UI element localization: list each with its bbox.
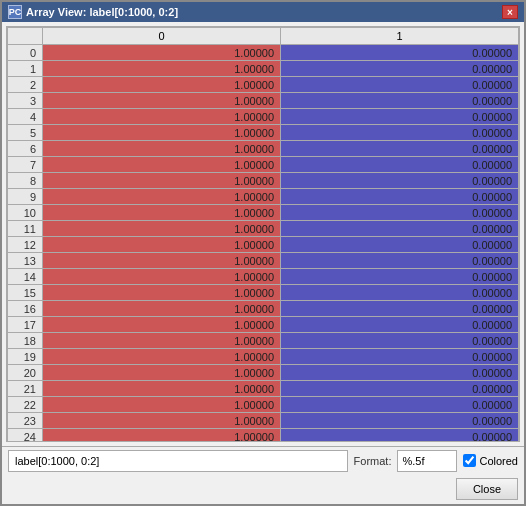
cell-col1: 0.00000 [281,381,519,397]
cell-col0: 1.00000 [43,221,281,237]
row-index: 4 [8,109,43,125]
cell-col0: 1.00000 [43,45,281,61]
table-header-row: 0 1 [8,28,519,45]
row-index: 20 [8,365,43,381]
cell-col0: 1.00000 [43,285,281,301]
row-index: 6 [8,141,43,157]
table-row: 221.000000.00000 [8,397,519,413]
table-row: 71.000000.00000 [8,157,519,173]
cell-col0: 1.00000 [43,77,281,93]
row-index: 1 [8,61,43,77]
table-row: 31.000000.00000 [8,93,519,109]
cell-col1: 0.00000 [281,205,519,221]
row-index: 17 [8,317,43,333]
bottom-bar: label[0:1000, 0:2] Format: Colored [2,446,524,474]
table-row: 201.000000.00000 [8,365,519,381]
table-row: 01.000000.00000 [8,45,519,61]
table-row: 21.000000.00000 [8,77,519,93]
cell-col1: 0.00000 [281,125,519,141]
table-row: 241.000000.00000 [8,429,519,443]
row-index: 3 [8,93,43,109]
row-index: 10 [8,205,43,221]
cell-col0: 1.00000 [43,349,281,365]
cell-col1: 0.00000 [281,77,519,93]
row-index: 21 [8,381,43,397]
cell-col0: 1.00000 [43,125,281,141]
cell-col0: 1.00000 [43,365,281,381]
array-label-display: label[0:1000, 0:2] [8,450,348,472]
title-bar-left: PC Array View: label[0:1000, 0:2] [8,5,178,19]
row-index: 12 [8,237,43,253]
title-close-button[interactable]: × [502,5,518,19]
cell-col1: 0.00000 [281,285,519,301]
row-index: 14 [8,269,43,285]
row-index: 7 [8,157,43,173]
cell-col1: 0.00000 [281,237,519,253]
cell-col0: 1.00000 [43,429,281,443]
cell-col0: 1.00000 [43,205,281,221]
row-index: 16 [8,301,43,317]
colored-checkbox[interactable] [463,454,476,467]
col-1-header: 1 [281,28,519,45]
table-row: 151.000000.00000 [8,285,519,301]
row-index: 15 [8,285,43,301]
action-bar: Close [2,474,524,504]
row-index: 5 [8,125,43,141]
cell-col0: 1.00000 [43,381,281,397]
cell-col0: 1.00000 [43,173,281,189]
cell-col0: 1.00000 [43,109,281,125]
col-0-header: 0 [43,28,281,45]
cell-col0: 1.00000 [43,237,281,253]
table-row: 61.000000.00000 [8,141,519,157]
cell-col1: 0.00000 [281,45,519,61]
table-row: 161.000000.00000 [8,301,519,317]
table-row: 141.000000.00000 [8,269,519,285]
array-table-container[interactable]: 0 1 01.000000.0000011.000000.0000021.000… [6,26,520,442]
cell-col1: 0.00000 [281,173,519,189]
cell-col1: 0.00000 [281,109,519,125]
main-window: PC Array View: label[0:1000, 0:2] × 0 1 … [0,0,526,506]
row-index: 19 [8,349,43,365]
cell-col1: 0.00000 [281,157,519,173]
window-title: Array View: label[0:1000, 0:2] [26,6,178,18]
table-row: 131.000000.00000 [8,253,519,269]
colored-label: Colored [479,455,518,467]
row-index: 9 [8,189,43,205]
close-button[interactable]: Close [456,478,518,500]
title-bar: PC Array View: label[0:1000, 0:2] × [2,2,524,22]
table-row: 51.000000.00000 [8,125,519,141]
row-index: 18 [8,333,43,349]
table-row: 81.000000.00000 [8,173,519,189]
cell-col1: 0.00000 [281,253,519,269]
table-row: 191.000000.00000 [8,349,519,365]
table-row: 111.000000.00000 [8,221,519,237]
table-body: 01.000000.0000011.000000.0000021.000000.… [8,45,519,443]
cell-col1: 0.00000 [281,429,519,443]
table-row: 211.000000.00000 [8,381,519,397]
cell-col1: 0.00000 [281,61,519,77]
format-input[interactable] [397,450,457,472]
cell-col1: 0.00000 [281,317,519,333]
cell-col0: 1.00000 [43,141,281,157]
cell-col0: 1.00000 [43,333,281,349]
cell-col0: 1.00000 [43,189,281,205]
table-row: 121.000000.00000 [8,237,519,253]
array-table: 0 1 01.000000.0000011.000000.0000021.000… [7,27,519,442]
format-label: Format: [354,455,392,467]
table-row: 231.000000.00000 [8,413,519,429]
row-index: 24 [8,429,43,443]
cell-col0: 1.00000 [43,269,281,285]
cell-col1: 0.00000 [281,269,519,285]
table-row: 41.000000.00000 [8,109,519,125]
cell-col0: 1.00000 [43,61,281,77]
cell-col0: 1.00000 [43,93,281,109]
cell-col0: 1.00000 [43,157,281,173]
colored-checkbox-wrapper: Colored [463,454,518,467]
table-row: 11.000000.00000 [8,61,519,77]
table-row: 181.000000.00000 [8,333,519,349]
cell-col0: 1.00000 [43,301,281,317]
row-index: 13 [8,253,43,269]
array-label-text: label[0:1000, 0:2] [15,455,99,467]
cell-col1: 0.00000 [281,349,519,365]
cell-col1: 0.00000 [281,221,519,237]
